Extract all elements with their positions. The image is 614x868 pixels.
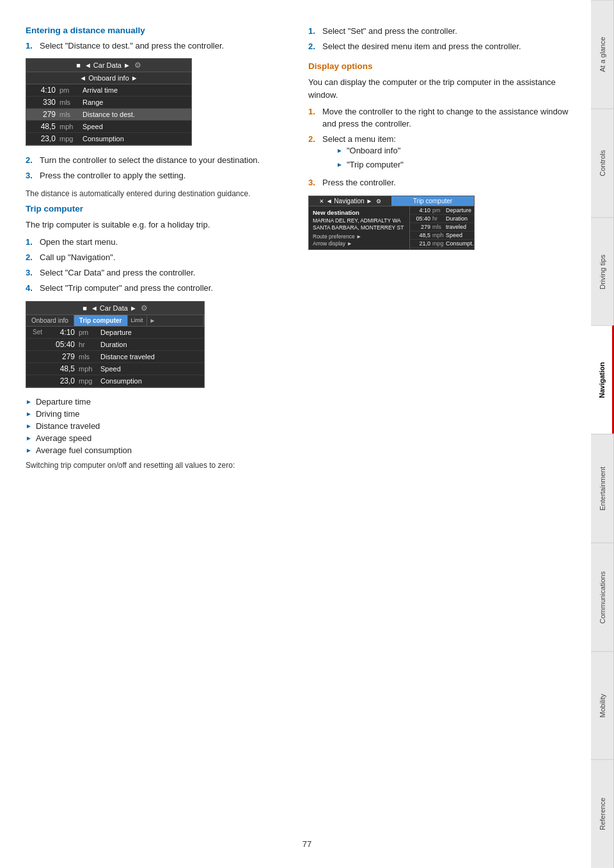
disp-sub-list: ► "Onboard info" ► "Trip computer" xyxy=(336,145,404,171)
nav-arrow-display: Arrow display ► xyxy=(313,240,405,247)
disp-step-2: 2. Select a menu item: ► "Onboard info" … xyxy=(308,134,572,174)
label-consumption-1: Consumption xyxy=(83,135,185,143)
disp-step-3-text: Press the controller. xyxy=(322,177,572,189)
bullet-fuel: ► Average fuel consumption xyxy=(26,446,289,455)
val-arrival: 4:10 xyxy=(33,86,56,95)
nav-right-panel: 4:10 pm Departure 05:40 hr Duration 279 … xyxy=(410,206,474,249)
car-data-box-1: ■ ◄ Car Data ► ⚙ ◄ Onboard info ► 4:10 p… xyxy=(26,58,192,146)
tab-at-a-glance[interactable]: At a glance xyxy=(591,0,614,109)
trip-val-cons: 23,0 xyxy=(52,376,75,385)
settings-icon-1: ⚙ xyxy=(134,61,141,70)
right-step-2-text: Select the desired menu item and press t… xyxy=(322,41,572,52)
val-distance: 279 xyxy=(33,110,56,119)
nav-screenshot: ✕ ◄ Navigation ► ⚙ Trip computer New des… xyxy=(308,196,475,250)
nav-dest-line-1: MARINA DEL REY, ADMIRALTY WA xyxy=(313,217,405,224)
step-3-text: Press the controller to apply the settin… xyxy=(40,170,289,182)
tab-driving-tips[interactable]: Driving tips xyxy=(591,217,614,326)
trip-step-4-text: Select "Trip computer" and press the con… xyxy=(40,283,289,294)
tab-onboard-info[interactable]: Onboard info xyxy=(26,315,74,326)
section2-steps: 1. Open the start menu. 2. Call up "Navi… xyxy=(26,236,289,295)
arrow-icon-5: ► xyxy=(26,447,32,454)
step-3: 3. Press the controller to apply the set… xyxy=(26,170,289,182)
tab-trip-computer[interactable]: Trip computer xyxy=(74,315,128,326)
disp-step-2-num: 2. xyxy=(308,134,319,174)
unit-distance: mls xyxy=(59,111,79,118)
trip-step-1: 1. Open the start menu. xyxy=(26,236,289,248)
tab-bar: At a glance Controls Driving tips Naviga… xyxy=(591,0,614,868)
right-step-1: 1. Select "Set" and press the controller… xyxy=(308,26,572,37)
nav-unit-trav: mls xyxy=(432,224,444,230)
trip-unit-dep: pm xyxy=(79,329,97,336)
disp-step-1-num: 1. xyxy=(308,106,319,129)
nav-unit-dep: pm xyxy=(432,207,444,213)
val-range: 330 xyxy=(33,98,56,107)
unit-speed-1: mph xyxy=(59,123,79,130)
trip-step-1-num: 1. xyxy=(26,236,36,248)
bullet-driving: ► Driving time xyxy=(26,409,289,419)
trip-label-cons: Consumption xyxy=(100,377,142,385)
right-step-2-num: 2. xyxy=(308,41,319,52)
label-arrival: Arrival time xyxy=(83,86,185,94)
bullet-driving-text: Driving time xyxy=(36,409,80,419)
nav-val-cons: 21,0 xyxy=(413,240,430,247)
tab-reference[interactable]: Reference xyxy=(591,759,614,868)
trip-val-dist: 279 xyxy=(52,352,75,361)
ui-tabs: Onboard info Trip computer Limit ► xyxy=(26,315,204,327)
nav-lbl-dur: Duration xyxy=(446,215,468,222)
section1-note: The distance is automatically entered du… xyxy=(26,189,289,199)
sub-trip: ► "Trip computer" xyxy=(336,159,404,171)
trip-step-2-num: 2. xyxy=(26,252,36,263)
bullet-distance: ► Distance traveled xyxy=(26,421,289,431)
sub-arrow-1: ► xyxy=(336,146,343,157)
tab-communications[interactable]: Communications xyxy=(591,543,614,651)
bullet-avg-speed-text: Average speed xyxy=(36,433,91,443)
row-speed-1: 48,5 mph Speed xyxy=(26,121,191,133)
sub-trip-text: "Trip computer" xyxy=(347,159,404,171)
trip-step-1-text: Open the start menu. xyxy=(40,236,289,248)
nav-lbl-trav: traveled xyxy=(446,224,466,230)
section1-steps-2-3: 2. Turn the controller to select the dis… xyxy=(26,155,289,182)
nav-lbl-cons: Consumpt. xyxy=(446,240,474,247)
section1-heading: Entering a distance manually xyxy=(26,26,289,35)
trip-unit-dur: hr xyxy=(79,341,97,348)
label-distance: Distance to dest. xyxy=(83,111,185,118)
trip-val-dur: 05:40 xyxy=(52,340,75,349)
unit-arrival: pm xyxy=(59,86,79,94)
nav-body: New destination MARINA DEL REY, ADMIRALT… xyxy=(309,206,474,249)
right-section1-steps: 1. Select "Set" and press the controller… xyxy=(308,26,572,52)
trip-row-duration: 05:40 hr Duration xyxy=(26,339,204,351)
sub-onboard-text: "Onboard info" xyxy=(347,145,400,157)
tab-limit[interactable]: Limit xyxy=(128,315,147,326)
nav-unit-spd: mph xyxy=(432,232,444,238)
tab-navigation[interactable]: Navigation xyxy=(591,325,614,434)
disp-step-2-text: Select a menu item: xyxy=(322,134,396,144)
nav-header-left: ✕ ◄ Navigation ► ⚙ xyxy=(309,196,391,206)
closing-note: Switching trip computer on/off and reset… xyxy=(26,460,289,471)
tab-controls[interactable]: Controls xyxy=(591,109,614,217)
arrow-icon-2: ► xyxy=(26,410,32,417)
label-range: Range xyxy=(83,98,185,106)
trip-unit-cons: mpg xyxy=(79,377,97,385)
step-2: 2. Turn the controller to select the dis… xyxy=(26,155,289,166)
trip-row-dist: 279 mls Distance traveled xyxy=(26,351,204,363)
car-data-title-2: ◄ Car Data ► xyxy=(91,304,137,312)
trip-step-4: 4. Select "Trip computer" and press the … xyxy=(26,283,289,294)
right-step-1-num: 1. xyxy=(308,26,319,37)
trip-val-spd: 48,5 xyxy=(52,364,75,373)
nav-header: ✕ ◄ Navigation ► ⚙ Trip computer xyxy=(309,196,474,206)
tab-arrow: ► xyxy=(147,315,204,326)
step-2-text: Turn the controller to select the distan… xyxy=(40,155,289,166)
right-column: 1. Select "Set" and press the controller… xyxy=(308,26,572,476)
bullet-departure-text: Departure time xyxy=(36,397,91,407)
disp-step-1-text: Move the controller to the right to chan… xyxy=(322,106,572,129)
section2-intro: The trip computer is suitable e.g. for a… xyxy=(26,219,289,231)
nav-row-dur: 05:40 hr Duration xyxy=(410,215,474,223)
disp-step-3: 3. Press the controller. xyxy=(308,177,572,189)
left-column: Entering a distance manually 1. Select "… xyxy=(26,26,289,476)
tab-mobility[interactable]: Mobility xyxy=(591,651,614,760)
unit-consumption-1: mpg xyxy=(59,135,79,143)
disp-step-1: 1. Move the controller to the right to c… xyxy=(308,106,572,129)
settings-icon-2: ⚙ xyxy=(141,304,148,313)
nav-val-dur: 05:40 xyxy=(413,215,430,222)
tab-entertainment[interactable]: Entertainment xyxy=(591,434,614,543)
